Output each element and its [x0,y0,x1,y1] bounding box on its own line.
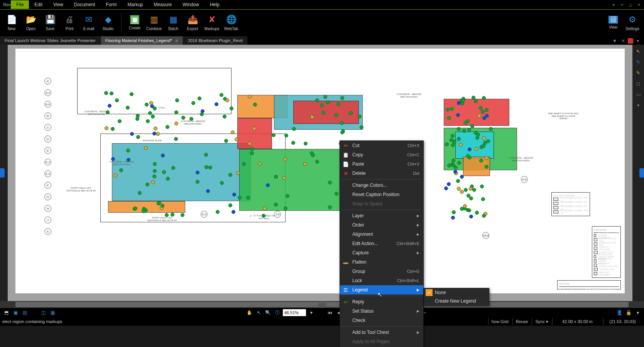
print-button[interactable]: 🖨Print [60,11,79,35]
markup-dot[interactable] [310,115,314,119]
markup-dot[interactable] [104,91,108,95]
pen-tool-icon[interactable]: ✎ [634,58,642,66]
menu-window[interactable]: Window [177,0,205,9]
markup-dot[interactable] [174,110,178,114]
image-tool-icon[interactable]: ▭ [634,90,642,99]
menu-view[interactable]: View [48,0,69,9]
tab-close-all-icon[interactable]: ✕ [619,37,627,45]
user-icon[interactable]: 👤 [615,309,623,317]
markup-dot[interactable] [110,91,113,95]
markup-dot[interactable] [283,157,287,161]
open-button[interactable]: 📂Open [22,11,40,35]
markups-button[interactable]: ✘Markups [203,11,221,35]
menu-form[interactable]: Form [101,0,122,9]
scrollbar-thumb[interactable] [15,302,629,307]
markup-dot[interactable] [460,175,464,179]
markup-dot[interactable] [485,114,489,118]
markup-dot[interactable] [154,127,157,130]
markup-dot[interactable] [118,119,122,123]
document-tab-1[interactable]: Flooring Material Finishes_Legend*⊗ [101,36,183,45]
markup-dot[interactable] [166,125,169,129]
first-page-icon[interactable]: ⏮ [326,309,334,317]
batch-button[interactable]: ▦Batch [164,11,183,35]
ctx-copy[interactable]: 📋CopyCtrl+C [340,150,423,159]
markup-dot[interactable] [161,154,165,157]
close-window-button[interactable]: ✕ [636,2,642,8]
menu-edit[interactable]: Edit [29,0,48,9]
tab-more-icon[interactable]: ▾ [634,37,642,45]
markup-dot[interactable] [453,170,457,174]
markup-dot[interactable] [230,107,233,110]
email-button[interactable]: ✉E-mail [79,11,98,35]
markup-dot[interactable] [196,171,199,174]
menu-measure[interactable]: Measure [149,0,177,9]
submenu-none[interactable]: None [424,288,489,297]
markup-dot[interactable] [315,98,319,102]
markup-dot[interactable] [232,193,236,196]
ctx-flatten[interactable]: ▬Flatten [340,257,423,267]
room-highlight[interactable] [237,118,272,149]
markup-dot[interactable] [145,103,149,107]
markup-dot[interactable] [340,130,344,134]
markup-dot[interactable] [452,210,456,214]
zoom-dropdown-icon[interactable]: ▾ [308,309,315,317]
markup-dot[interactable] [447,182,451,186]
status-reuse[interactable]: Reuse [512,318,531,325]
markup-dot[interactable] [142,209,145,213]
submenu-create-new-legend[interactable]: Create New Legend [424,297,489,305]
panel-grab-right[interactable] [639,168,644,178]
markup-dot[interactable] [451,143,455,147]
markup-dot[interactable] [149,101,153,105]
markup-dot[interactable] [469,187,473,191]
zoom-tool-icon[interactable]: 🔍 [264,309,272,317]
webtab-button[interactable]: 🌐WebTab [222,11,240,35]
nav-dropdown-icon[interactable]: ▾ [634,309,642,317]
ctx-reply[interactable]: ↩Reply [340,297,423,306]
markup-dot[interactable] [482,136,486,140]
markup-dot[interactable] [105,126,108,130]
markup-dot[interactable] [335,192,338,196]
markup-dot[interactable] [134,207,137,210]
view-button[interactable]: 🖥View [604,11,622,35]
markup-dot[interactable] [326,100,330,104]
menu-help[interactable]: Help [205,0,225,9]
markup-dot[interactable] [174,137,178,141]
markup-dot[interactable] [206,189,210,193]
horizontal-scrollbar[interactable] [0,301,644,308]
markup-dot[interactable] [467,128,471,132]
tab-dropdown-icon[interactable]: ▼ [611,37,619,45]
document-tab-0[interactable]: Final Launch Webinar Slides Jeanette Pre… [0,36,101,45]
markup-dot[interactable] [198,96,201,100]
nav-fitwidth-icon[interactable]: ▤ [21,309,29,317]
menu-markup[interactable]: Markup [122,0,149,9]
text-select-icon[interactable]: Ⓣ [274,309,281,317]
create-button[interactable]: ▣Create [125,11,144,35]
nav-home-icon[interactable]: ⬒ [2,309,10,317]
settings-button[interactable]: ⚙Settings [623,11,642,35]
markup-dot[interactable] [216,210,220,214]
ctx-edit-action-[interactable]: Edit Action...Ctrl+Shift+E [340,239,423,248]
minimize-button[interactable]: ━ [619,2,625,8]
markup-dot[interactable] [232,210,235,214]
markup-dot[interactable] [286,194,289,198]
highlighter-tool-icon[interactable]: ✎ [634,69,642,77]
markup-dot[interactable] [151,115,155,118]
markup-dot[interactable] [263,207,267,210]
markup-dot[interactable] [451,216,455,220]
markup-dot[interactable] [292,127,296,131]
markup-dot[interactable] [274,203,278,207]
markup-dot[interactable] [136,114,140,118]
markup-dot[interactable] [445,142,449,146]
markup-dot[interactable] [153,162,157,166]
ctx-check[interactable]: Check [340,316,423,325]
markup-dot[interactable] [481,197,485,201]
unlock-icon[interactable]: 🔓 [625,309,632,317]
markup-dot[interactable] [349,111,353,115]
menu-file[interactable]: File [11,0,29,9]
ctx-delete[interactable]: ✖DeleteDel [340,169,423,178]
markup-dot[interactable] [479,159,483,162]
ctx-layer[interactable]: Layer▶ [340,211,423,220]
status-showgrid[interactable]: how Grid [488,318,512,325]
markup-dot[interactable] [480,185,484,188]
markup-dot[interactable] [126,106,130,110]
